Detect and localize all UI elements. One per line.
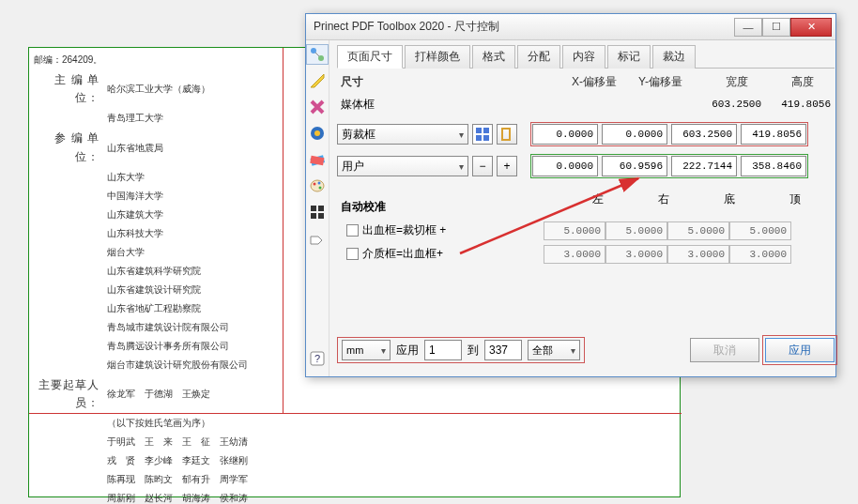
main-panel: 页面尺寸 打样颜色 格式 分配 内容 标记 裁边 尺寸 X-偏移量 Y-偏移量 …: [329, 40, 842, 376]
header-left: 左: [544, 191, 609, 219]
autocal-title: 自动校准: [341, 199, 544, 215]
media-left[interactable]: 3.0000: [544, 245, 605, 264]
minus-button[interactable]: −: [472, 156, 493, 176]
document-text: 邮编：264209。 主 编 单 位：哈尔滨工业大学（威海） 青岛理工大学 参 …: [34, 53, 278, 504]
minimize-button[interactable]: —: [734, 18, 762, 37]
media-bottom[interactable]: 3.0000: [667, 245, 729, 264]
media-top[interactable]: 3.0000: [729, 245, 791, 264]
tab-bar: 页面尺寸 打样颜色 格式 分配 内容 标记 裁边: [337, 44, 835, 69]
svg-rect-12: [311, 206, 316, 211]
tab-proof-color[interactable]: 打样颜色: [405, 45, 470, 69]
tab-marks[interactable]: 标记: [607, 45, 651, 69]
plus-button[interactable]: +: [497, 156, 517, 176]
svg-marker-3: [311, 74, 324, 87]
tool-cross-icon[interactable]: [306, 97, 329, 117]
tool-disc-icon[interactable]: [306, 123, 329, 144]
page-range-group: mm 应用 1 到 337 全部: [337, 337, 585, 363]
svg-rect-21: [476, 135, 482, 141]
header-right: 右: [609, 191, 675, 219]
bleed-bottom[interactable]: 5.0000: [667, 221, 729, 240]
bottom-bar: mm 应用 1 到 337 全部 取消 应用: [337, 331, 835, 369]
titlebar[interactable]: Prinect PDF Toolbox 2020 - 尺寸控制 — ☐ ✕: [306, 14, 835, 40]
header-x-offset: X-偏移量: [557, 74, 622, 90]
header-width: 宽度: [688, 74, 754, 90]
svg-rect-13: [318, 206, 324, 211]
close-button[interactable]: ✕: [790, 18, 832, 37]
grid-anchor-button[interactable]: [472, 124, 493, 145]
help-button[interactable]: ?: [306, 348, 329, 369]
svg-rect-19: [476, 128, 482, 133]
svg-rect-23: [502, 129, 510, 140]
tab-page-size[interactable]: 页面尺寸: [337, 45, 403, 69]
svg-rect-15: [318, 213, 324, 219]
maximize-button[interactable]: ☐: [762, 18, 790, 37]
bleed-top[interactable]: 5.0000: [729, 221, 791, 240]
mediabox-label: 介质框=出血框+: [362, 246, 443, 262]
bleed-right[interactable]: 5.0000: [605, 221, 667, 240]
svg-point-9: [314, 183, 316, 186]
tool-sidebar: ?: [306, 40, 329, 376]
scope-select[interactable]: 全部: [528, 340, 580, 360]
to-label: 到: [467, 343, 479, 359]
unit-select[interactable]: mm: [342, 340, 391, 360]
user-w[interactable]: 222.7144: [671, 156, 737, 176]
bleed-left[interactable]: 5.0000: [544, 221, 605, 240]
media-box-label: 媒体框: [337, 97, 403, 113]
dialog-window: Prinect PDF Toolbox 2020 - 尺寸控制 — ☐ ✕ ? …: [305, 13, 836, 377]
tool-tag-icon[interactable]: [306, 228, 329, 249]
tab-format[interactable]: 格式: [472, 45, 515, 69]
tool-ruler-icon[interactable]: [306, 70, 329, 91]
tab-content[interactable]: 内容: [562, 45, 605, 69]
page-to-input[interactable]: 337: [484, 340, 522, 360]
user-box-select[interactable]: 用户: [337, 156, 468, 176]
crop-h[interactable]: 419.8056: [741, 124, 806, 145]
svg-rect-20: [483, 128, 489, 133]
media-height: 419.8056: [769, 94, 835, 115]
header-y-offset: Y-偏移量: [622, 74, 688, 90]
header-bottom: 底: [675, 191, 741, 219]
orientation-button[interactable]: [497, 124, 517, 145]
crop-y[interactable]: 0.0000: [602, 124, 667, 145]
bleed-checkbox[interactable]: [346, 224, 359, 237]
svg-line-2: [315, 53, 319, 56]
svg-point-10: [318, 182, 321, 185]
crop-values-group: 0.0000 0.0000 603.2500 419.8056: [530, 122, 808, 146]
apply-range-label: 应用: [396, 343, 419, 359]
svg-point-5: [314, 130, 320, 136]
user-y[interactable]: 60.9596: [602, 156, 667, 176]
user-values-group: 0.0000 60.9596 222.7144 358.8460: [530, 154, 808, 178]
svg-text:?: ?: [314, 353, 320, 364]
svg-point-8: [311, 180, 324, 191]
tool-swatch-icon[interactable]: [306, 149, 329, 170]
crop-w[interactable]: 603.2500: [671, 124, 737, 145]
crop-box-select[interactable]: 剪裁框: [337, 124, 468, 145]
tool-molecule-icon[interactable]: [306, 44, 329, 65]
tool-palette-icon[interactable]: [306, 176, 329, 196]
svg-marker-16: [311, 237, 322, 244]
window-title: Prinect PDF Toolbox 2020 - 尺寸控制: [314, 19, 734, 35]
header-top: 顶: [741, 191, 806, 219]
bleed-label: 出血框=裁切框 +: [362, 222, 446, 238]
media-width: 603.2500: [699, 94, 765, 115]
svg-rect-22: [483, 135, 489, 141]
header-height: 高度: [754, 74, 820, 90]
cancel-button[interactable]: 取消: [690, 338, 759, 362]
tab-trim[interactable]: 裁边: [652, 45, 696, 69]
crop-x[interactable]: 0.0000: [532, 124, 598, 145]
tool-grid-icon[interactable]: [306, 202, 329, 222]
svg-point-11: [319, 187, 322, 190]
mediabox-checkbox[interactable]: [346, 248, 359, 260]
tab-assign[interactable]: 分配: [517, 45, 560, 69]
user-x[interactable]: 0.0000: [532, 156, 598, 176]
size-section-title: 尺寸: [341, 74, 557, 90]
svg-rect-14: [311, 213, 316, 219]
apply-button[interactable]: 应用: [765, 338, 835, 362]
page-from-input[interactable]: 1: [424, 340, 462, 360]
media-right[interactable]: 3.0000: [605, 245, 667, 264]
user-h[interactable]: 358.8460: [741, 156, 806, 176]
